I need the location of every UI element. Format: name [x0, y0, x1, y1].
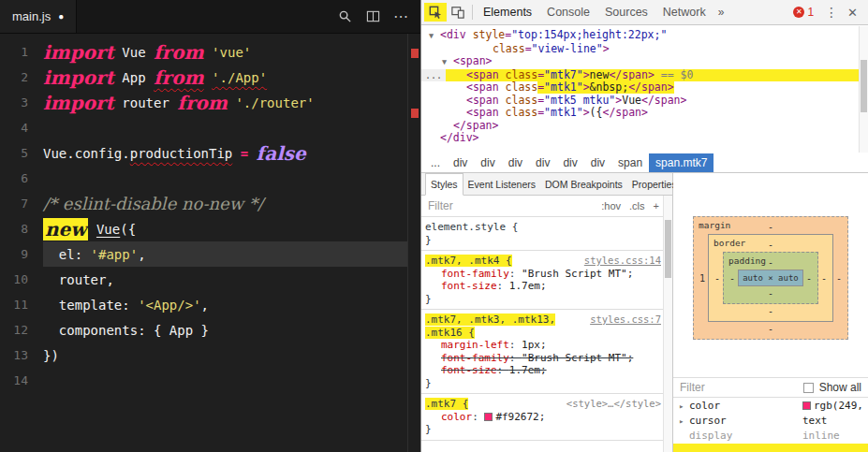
dom-node[interactable]: <span class="mtk1">({</span>	[421, 107, 859, 120]
code-line[interactable]: 7/* eslint-disable no-new */	[0, 191, 407, 216]
breadcrumb-item[interactable]: div	[584, 153, 611, 172]
breadcrumb-item[interactable]: span	[611, 153, 649, 172]
margin-right-value[interactable]: -	[833, 273, 845, 284]
css-declaration[interactable]: font-size: 1.7em;	[425, 364, 661, 377]
border-left-value[interactable]: -	[712, 273, 723, 284]
padding-bottom-value[interactable]: -	[727, 286, 815, 300]
padding-left-value[interactable]: -	[727, 273, 738, 284]
rule-selector[interactable]: .mtk7, .mtk3, .mtk13,	[425, 313, 590, 327]
dom-tree-scrollbar[interactable]	[859, 26, 868, 153]
code-line[interactable]: 8new Vue({	[0, 216, 407, 241]
toggle-hover-state-button[interactable]: :hov	[601, 200, 621, 211]
box-model-content[interactable]: auto × auto	[738, 270, 803, 286]
rule-selector[interactable]: .mtk7 {	[425, 398, 566, 411]
margin-left-value[interactable]: 1	[697, 273, 708, 284]
search-icon[interactable]	[336, 8, 353, 25]
code-line[interactable]: 9 el: '#app',	[0, 241, 407, 267]
show-all-checkbox[interactable]	[803, 383, 814, 393]
code-line[interactable]: 3import router from './router'	[0, 90, 407, 115]
close-icon[interactable]: ✕	[846, 6, 865, 20]
breadcrumb-item[interactable]: div	[447, 153, 474, 172]
css-declaration[interactable]: font-family: "Brush Script MT";	[425, 268, 661, 281]
code-token: Vue	[114, 45, 154, 60]
stylesheet-link[interactable]: styles.css:7	[590, 313, 661, 327]
css-declaration[interactable]: margin-left: 1px;	[425, 339, 661, 352]
dom-node[interactable]: class="view-line">	[421, 43, 859, 56]
scrollbar-thumb[interactable]	[665, 220, 671, 278]
tab-elements[interactable]: Elements	[476, 0, 539, 24]
code-line[interactable]: 10 router,	[0, 267, 407, 292]
more-tabs-icon[interactable]: »	[714, 6, 729, 19]
editor-scrollbar[interactable]	[407, 34, 420, 452]
border-bottom-value[interactable]: -	[712, 304, 830, 318]
sidebar-tab-event-listeners[interactable]: Event Listeners	[463, 174, 540, 195]
box-model-padding[interactable]: padding - - auto × auto - -	[723, 252, 818, 304]
css-declaration[interactable]: font-family: "Brush Script MT";	[425, 352, 661, 365]
dom-node[interactable]: ▼<span>	[421, 55, 859, 69]
dom-token: new	[590, 68, 610, 81]
device-toolbar-icon[interactable]	[447, 3, 469, 22]
new-style-rule-button[interactable]: +	[654, 200, 659, 211]
rule-selector[interactable]: element.style {	[425, 221, 661, 234]
styles-scrollbar[interactable]	[663, 196, 672, 452]
property-value: 1.7em;	[509, 364, 547, 376]
dom-node[interactable]: <span class="mtk5 mtku">Vue</span>	[421, 95, 859, 108]
tab-network[interactable]: Network	[655, 0, 714, 24]
breadcrumb-item[interactable]: div	[474, 153, 501, 172]
code-line[interactable]: 4	[0, 115, 407, 140]
more-actions-icon[interactable]: ⋯	[392, 8, 409, 25]
error-count-badge[interactable]: ✕ 1	[789, 6, 817, 19]
styles-filter-input[interactable]: Filter	[428, 199, 601, 212]
sidebar-tab-styles[interactable]: Styles	[425, 173, 463, 196]
padding-right-value[interactable]: -	[803, 273, 815, 284]
split-editor-icon[interactable]	[364, 8, 381, 25]
code-line[interactable]: 5Vue.config.productionTip = false	[0, 140, 407, 166]
dom-node[interactable]: </span>	[421, 120, 859, 133]
tab-sources[interactable]: Sources	[597, 0, 655, 24]
expand-arrow-icon[interactable]: ▼	[442, 56, 453, 69]
stylesheet-link[interactable]: <style>…</style>	[566, 398, 661, 411]
css-declaration[interactable]: color: #f92672;	[425, 411, 661, 424]
computed-property-row[interactable]: displayinline	[673, 429, 868, 444]
stylesheet-link[interactable]: styles.css:14	[584, 255, 661, 268]
css-declaration[interactable]: font-size: 1.7em;	[425, 280, 661, 293]
code-token: el:	[43, 247, 91, 262]
box-model-border[interactable]: border - - padding - - au	[708, 234, 833, 322]
box-model-margin[interactable]: margin - 1 border - - padding	[693, 216, 848, 340]
tab-main-js[interactable]: main.js ●	[0, 0, 77, 33]
code-line[interactable]: 13})	[0, 343, 407, 368]
computed-property-row[interactable]: ▸cursortext	[673, 414, 868, 429]
rule-selector[interactable]: .mtk16 {	[425, 327, 590, 340]
color-swatch[interactable]	[484, 413, 493, 421]
breadcrumb-item[interactable]: div	[502, 153, 529, 172]
toggle-class-button[interactable]: .cls	[629, 200, 645, 211]
code-line[interactable]: 1import Vue from 'vue'	[0, 39, 407, 65]
breadcrumb-ellipsis[interactable]: ...	[424, 153, 447, 172]
scrollbar-thumb[interactable]	[861, 60, 867, 112]
expand-arrow-icon[interactable]: ▼	[429, 30, 440, 43]
code-token: './App'	[212, 70, 267, 85]
code-line[interactable]: 11 template: '<App/>',	[0, 292, 407, 317]
code-line[interactable]: 14	[0, 368, 407, 393]
code-area[interactable]: 1import Vue from 'vue'2import App from '…	[0, 34, 407, 452]
breadcrumb-item[interactable]: div	[556, 153, 583, 172]
dom-node[interactable]: <span class="mtk1">&nbsp;</span>	[421, 81, 859, 95]
rule-selector[interactable]: .mtk7, .mtk4 {	[425, 255, 584, 268]
border-right-value[interactable]: -	[818, 273, 830, 284]
sidebar-tab-dom-breakpoints[interactable]: DOM Breakpoints	[540, 174, 627, 195]
dom-overflow-indicator[interactable]: ...	[421, 69, 446, 82]
dom-node-selected[interactable]: <span class="mtk7">new</span> == $0...	[421, 69, 859, 82]
dom-node[interactable]: ▼<div style="top:154px;height:22px;"	[421, 29, 859, 43]
breadcrumb-item[interactable]: div	[529, 153, 556, 172]
tab-console[interactable]: Console	[539, 0, 597, 24]
computed-filter-input[interactable]: Filter	[680, 381, 798, 394]
breadcrumb-item[interactable]: span.mtk7	[649, 153, 714, 172]
inspect-element-icon[interactable]	[424, 3, 447, 22]
computed-property-row[interactable]: ▸colorrgb(249, 38, 114)	[673, 399, 868, 414]
devtools-menu-icon[interactable]: ⋮	[817, 5, 846, 20]
margin-bottom-value[interactable]: -	[697, 322, 845, 336]
code-line[interactable]: 6	[0, 166, 407, 191]
dom-node[interactable]: </div>	[421, 132, 859, 145]
code-line[interactable]: 2import App from './App'	[0, 65, 407, 90]
code-line[interactable]: 12 components: { App }	[0, 317, 407, 343]
